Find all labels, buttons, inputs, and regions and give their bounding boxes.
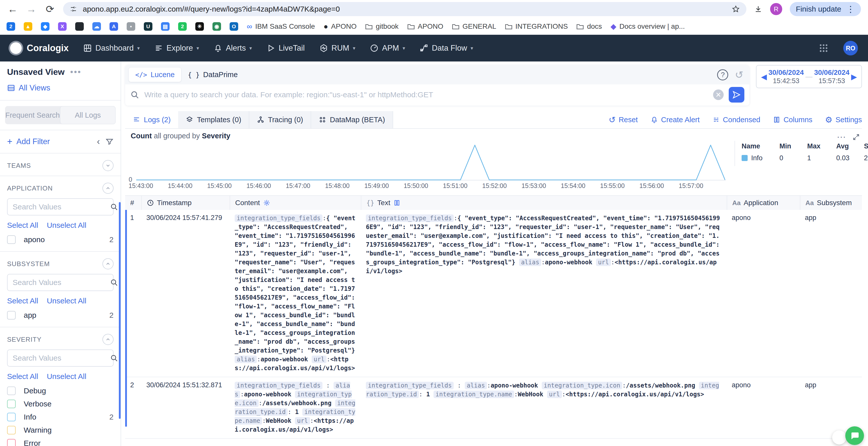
col-subsystem[interactable]: Aa Subsystem	[800, 196, 862, 210]
severity-search[interactable]	[7, 349, 114, 367]
col-timestamp[interactable]: Timestamp	[141, 196, 229, 210]
clear-query-icon[interactable]: ✕	[713, 90, 724, 100]
bookmark-folder-integrations[interactable]: INTEGRATIONS	[505, 23, 568, 31]
bookmark-favicon[interactable]: 2	[178, 22, 187, 31]
severity-item-warning[interactable]: Warning	[0, 423, 121, 437]
forward-icon[interactable]: →	[26, 3, 37, 15]
checkbox[interactable]	[7, 311, 16, 319]
chevron-down-icon[interactable]	[102, 160, 114, 171]
checkbox[interactable]	[7, 426, 16, 435]
url-text[interactable]: apono.app.eu2.coralogix.com/#/query-new/…	[83, 5, 726, 13]
application-search[interactable]	[7, 198, 114, 215]
bookmark-favicon[interactable]: ◉	[213, 22, 221, 31]
subsystem-select-all[interactable]: Select All	[7, 297, 38, 305]
severity-search-input[interactable]	[12, 354, 110, 362]
chat-secondary-bubble[interactable]	[832, 431, 846, 445]
tab-logs[interactable]: Logs (2)	[125, 111, 178, 128]
reload-icon[interactable]: ⟳	[44, 3, 56, 15]
section-subsystem[interactable]: SUBSYSTEM	[0, 252, 121, 274]
row-text[interactable]: integration_type_fields : alias:apono-we…	[366, 382, 719, 398]
chevron-up-icon[interactable]	[102, 258, 114, 269]
checkbox[interactable]	[7, 235, 16, 244]
bookmark-folder-general[interactable]: GENERAL	[452, 23, 496, 31]
bookmark-favicon[interactable]: O	[229, 22, 238, 31]
nav-apm[interactable]: APM▾	[370, 44, 405, 53]
bookmark-favicon[interactable]: ☁	[92, 22, 101, 31]
tab-templates[interactable]: Templates (0)	[178, 111, 249, 128]
chart-plot[interactable]: 0	[136, 143, 726, 181]
time-range-picker[interactable]: ◀ 30/06/2024 15:42:53 — 30/06/2024 15:57…	[756, 65, 862, 88]
severity-item-info[interactable]: Info 2	[0, 410, 121, 423]
filter-funnel-icon[interactable]	[105, 138, 114, 146]
reset-button[interactable]: ↺ Reset	[609, 115, 638, 125]
bookmark-favicon[interactable]: A	[110, 22, 118, 31]
section-severity[interactable]: SEVERITY	[0, 327, 121, 349]
columns-button[interactable]: Columns	[773, 116, 812, 124]
tab-dataprime[interactable]: { } DataPrime	[181, 68, 244, 82]
prev-range-icon[interactable]: ◀	[761, 72, 767, 81]
bookmark-folder-gitbook[interactable]: gitbook	[365, 23, 398, 31]
severity-item-error[interactable]: Error	[0, 437, 121, 446]
browser-menu-icon[interactable]: ⋮	[846, 4, 855, 14]
application-unselect-all[interactable]: Unselect All	[47, 221, 86, 230]
bookmark-favicon[interactable]: 2	[6, 22, 15, 31]
run-query-button[interactable]	[729, 87, 744, 103]
col-application[interactable]: Aa Application	[727, 196, 800, 210]
user-avatar[interactable]: RO	[843, 41, 858, 56]
bookmark-favicon[interactable]	[75, 22, 84, 31]
add-filter-button[interactable]: + Add Filter	[7, 136, 50, 147]
severity-item-verbose[interactable]: Verbose	[0, 398, 121, 410]
tab-tracing[interactable]: Tracing (0)	[249, 111, 311, 128]
legend-row-info[interactable]: Info 0 1 0.03 2	[742, 154, 862, 162]
severity-unselect-all[interactable]: Unselect All	[47, 372, 86, 381]
sidebar-scrollbar[interactable]	[119, 202, 121, 419]
bookmark-favicon[interactable]: X	[58, 22, 67, 31]
checkbox[interactable]	[7, 439, 16, 446]
view-options-icon[interactable]: •••	[70, 67, 82, 77]
collapse-sidebar-icon[interactable]: ‹	[97, 136, 100, 147]
application-search-input[interactable]	[12, 203, 110, 211]
bookmark-ibm-saas-console[interactable]: ∞ IBM SaaS Console	[247, 22, 315, 31]
nav-livetail[interactable]: LiveTail	[267, 44, 305, 53]
bookmark-favicon[interactable]: ▲	[24, 22, 32, 31]
row-content[interactable]: integration_type_fields : alias:apono-we…	[235, 382, 355, 433]
nav-data-flow[interactable]: Data Flow▾	[420, 44, 473, 53]
severity-item-debug[interactable]: Debug	[0, 384, 121, 398]
bookmark-docs-overview[interactable]: ◆ Docs overview | ap...	[611, 22, 685, 31]
col-content[interactable]: Content	[229, 196, 361, 210]
settings-button[interactable]: ⚙ Settings	[825, 115, 862, 125]
checkbox[interactable]	[7, 400, 16, 408]
next-range-icon[interactable]: ▶	[851, 72, 857, 81]
address-bar[interactable]: apono.app.eu2.coralogix.com/#/query-new/…	[63, 2, 746, 16]
bookmark-folder-apono[interactable]: APONO	[407, 23, 443, 31]
download-icon[interactable]	[754, 5, 763, 13]
tune-icon[interactable]	[70, 5, 77, 13]
col-text[interactable]: {} Text	[361, 196, 727, 210]
row-content[interactable]: integration_type_fields:{ "event_type": …	[235, 214, 355, 372]
expand-icon[interactable]	[852, 133, 860, 141]
subsystem-item-app[interactable]: app 2	[0, 309, 121, 322]
create-alert-button[interactable]: Create Alert	[651, 116, 700, 124]
subsystem-search[interactable]	[7, 274, 114, 291]
severity-select-all[interactable]: Select All	[7, 372, 38, 381]
section-teams[interactable]: TEAMS	[0, 153, 121, 176]
bookmark-apono-github[interactable]: ● APONO	[323, 22, 356, 31]
nav-explore[interactable]: Explore▾	[154, 44, 199, 53]
history-icon[interactable]: ↺	[735, 69, 743, 81]
chevron-up-icon[interactable]	[102, 183, 114, 194]
apps-grid-icon[interactable]	[818, 43, 829, 53]
checkbox[interactable]	[7, 413, 16, 421]
subsystem-search-input[interactable]	[12, 278, 110, 287]
nav-dashboard[interactable]: Dashboard▾	[83, 44, 140, 53]
nav-alerts[interactable]: Alerts▾	[214, 44, 252, 53]
chat-launcher-button[interactable]	[845, 426, 864, 445]
bookmark-favicon[interactable]: ▤	[161, 22, 169, 31]
log-row[interactable]: 2 30/06/2024 15:51:32.871 integration_ty…	[125, 377, 862, 439]
checkbox[interactable]	[7, 386, 16, 395]
tab-all-logs[interactable]: All Logs	[60, 106, 116, 124]
bookmark-favicon[interactable]: ✳	[195, 22, 204, 31]
section-application[interactable]: APPLICATION	[0, 176, 121, 198]
bookmark-favicon[interactable]: ◆	[41, 22, 50, 31]
nav-rum[interactable]: RUM▾	[319, 44, 355, 53]
help-icon[interactable]: ?	[717, 69, 728, 80]
